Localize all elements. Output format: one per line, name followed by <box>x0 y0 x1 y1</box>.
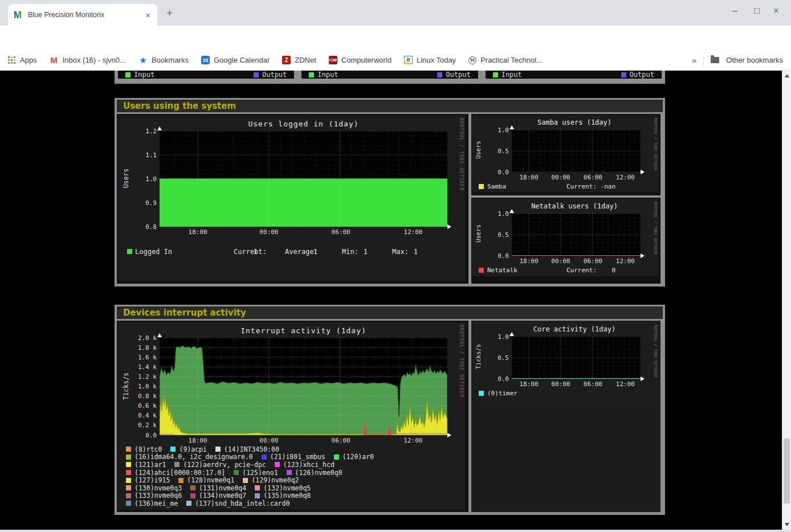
users-logged-in-graph[interactable]: Users logged in (1day) Users RRDTOOL / T… <box>118 115 465 281</box>
legend-swatch <box>262 455 267 460</box>
interrupt-legend-item: (130)nvme0q3 <box>126 484 182 492</box>
interrupt-legend-item: (135)nvme0q8 <box>255 492 311 500</box>
bookmark-label: Computerworld <box>341 56 392 64</box>
y-tick-label: 0.0 <box>477 375 509 383</box>
interrupt-legend-item: (125)eno1 <box>234 469 278 477</box>
y-tick-label: 1.4 k <box>125 363 157 371</box>
input-swatch <box>309 72 314 77</box>
legend-swatch <box>178 478 184 483</box>
x-tick-label: 06:00 <box>584 174 602 181</box>
legend-swatch <box>243 478 248 483</box>
zdnet-favicon: Z <box>282 56 291 64</box>
x-axis-arrow <box>447 224 451 229</box>
y-tick-label: 0.2 k <box>125 421 157 429</box>
bookmark-item[interactable]: ZZDNet <box>282 56 316 64</box>
y-tick-label: 1.0 <box>477 333 509 341</box>
window-close-button[interactable]: × <box>769 6 783 16</box>
window-maximize-button[interactable]: □ <box>750 6 764 16</box>
samba-users-graph[interactable]: Samba users (1day) Users RRDTOOL / TOBI … <box>472 115 659 193</box>
y-axis-arrow <box>157 333 162 337</box>
interrupt-legend-item: (133)nvme0q6 <box>126 492 182 500</box>
x-axis-arrow <box>641 253 645 258</box>
bookmark-label: Inbox (16) - sjvn0... <box>63 56 126 64</box>
legend-swatch <box>255 485 260 490</box>
other-bookmarks-label[interactable]: Other bookmarks <box>726 56 783 64</box>
cw-favicon: CW <box>329 56 337 64</box>
browser-tab[interactable]: M Blue Precision Monitorix × <box>8 4 157 26</box>
bookmark-item[interactable]: ★Bookmarks <box>138 56 189 65</box>
legend-swatch <box>234 470 239 475</box>
x-tick-label: 00:00 <box>551 257 570 265</box>
interrupt-legend-item: (120)ar0 <box>334 453 374 461</box>
interrupt-legend-item: (122)aerdrv, pcie-dpc <box>174 461 266 469</box>
bookmark-item[interactable]: 28Google Calendar <box>201 56 270 64</box>
plot-area <box>512 130 641 172</box>
y-tick-label: 0.0 <box>125 432 157 439</box>
y-tick-label: 0.0 <box>477 252 509 260</box>
x-tick-label: 18:00 <box>519 174 538 181</box>
interrupt-legend-item: (129)nvme0q2 <box>243 476 299 484</box>
bookmark-item[interactable]: WPractical Technol... <box>468 56 543 64</box>
plot-area <box>160 338 447 435</box>
bookmark-item[interactable]: ltLinux Today <box>404 56 456 64</box>
rrdtool-credit: RRDTOOL / TOBI OETIKER <box>653 325 658 378</box>
graph-title: Interrupt activity (1day) <box>160 326 447 335</box>
y-tick-label: 1.6 k <box>125 354 157 361</box>
interrupt-legend-item: (126)nvme0q0 <box>287 469 343 477</box>
new-tab-button[interactable]: + <box>166 7 173 19</box>
scroll-up-arrow[interactable] <box>785 74 789 77</box>
apps-shortcut[interactable]: Apps <box>8 56 37 64</box>
x-tick-label: 18:00 <box>189 228 207 236</box>
bookmark-item[interactable]: MInbox (16) - sjvn0... <box>50 56 126 65</box>
interrupt-legend-item: (16)idma64.0, i2c_designware.0 <box>126 453 253 461</box>
interrupt-activity-cell: Interrupt activity (1day) Ticks/s RRDTOO… <box>117 321 468 512</box>
interrupt-legend-item: (136)mei_me <box>126 500 178 508</box>
graph-legend: (0)timer <box>472 390 659 398</box>
y-tick-label: 1.0 k <box>125 383 157 390</box>
input-swatch <box>493 72 498 77</box>
network-graph-panel[interactable]: Input Output <box>118 71 294 79</box>
y-tick-label: 1.2 <box>125 128 157 135</box>
logged-in-swatch <box>127 249 132 254</box>
interrupt-legend-item: (8)rtc0 <box>126 445 162 453</box>
x-axis-arrow <box>641 170 645 174</box>
plot-area <box>512 337 641 379</box>
bookmarks-overflow-chevron[interactable]: » <box>692 55 696 65</box>
x-tick-label: 18:00 <box>519 257 538 265</box>
core-activity-cell: Core activity (1day) Ticks/s RRDTOOL / T… <box>471 321 660 512</box>
netatalk-users-graph[interactable]: Netatalk users (1day) Users RRDTOOL / TO… <box>472 199 659 276</box>
graph-legend: Samba Current: -nan <box>472 183 659 191</box>
interrupt-legend-item: (132)nvme0q5 <box>255 484 311 492</box>
plot-area <box>512 214 641 256</box>
interrupt-legend-item: (124)ahci[0000:00:17.0] <box>126 469 225 477</box>
y-tick-label: 0.5 <box>477 231 509 239</box>
interrupts-section-header: Devices interrupt activity <box>117 306 663 319</box>
bookmark-item[interactable]: CWComputerworld <box>329 56 392 64</box>
monitorix-favicon: M <box>14 10 23 20</box>
graph-title: Core activity (1day) <box>506 325 643 333</box>
legend-swatch <box>126 493 131 498</box>
bookmark-label: ZDNet <box>295 56 316 64</box>
interrupt-legend-item: (121)ar1 <box>126 461 166 469</box>
core-activity-graph[interactable]: Core activity (1day) Ticks/s RRDTOOL / T… <box>472 322 659 399</box>
scrollbar-thumb[interactable] <box>784 439 790 504</box>
tab-title: Blue Precision Monitorix <box>28 11 143 19</box>
lt-favicon: lt <box>404 56 413 64</box>
network-graph-panel[interactable]: Input Output <box>301 71 478 79</box>
interrupt-legend-item: (123)xhci_hcd <box>275 461 335 469</box>
scroll-down-arrow[interactable] <box>785 523 789 526</box>
graph-title: Samba users (1day) <box>506 118 643 126</box>
legend-swatch <box>170 447 176 452</box>
output-swatch <box>254 72 259 77</box>
timer-swatch <box>479 391 484 396</box>
input-swatch <box>125 72 131 77</box>
vertical-scrollbar[interactable] <box>782 71 791 530</box>
y-tick-label: 0.5 <box>477 354 509 362</box>
interrupt-activity-graph[interactable]: Interrupt activity (1day) Ticks/s RRDTOO… <box>118 322 465 510</box>
bookmark-label: Practical Technol... <box>480 56 543 64</box>
network-graph-panel[interactable]: Input Output <box>486 71 662 79</box>
window-minimize-button[interactable]: – <box>728 6 742 16</box>
legend-swatch <box>126 462 131 467</box>
tab-close-icon[interactable]: × <box>143 10 153 20</box>
y-axis-arrow <box>509 332 514 336</box>
